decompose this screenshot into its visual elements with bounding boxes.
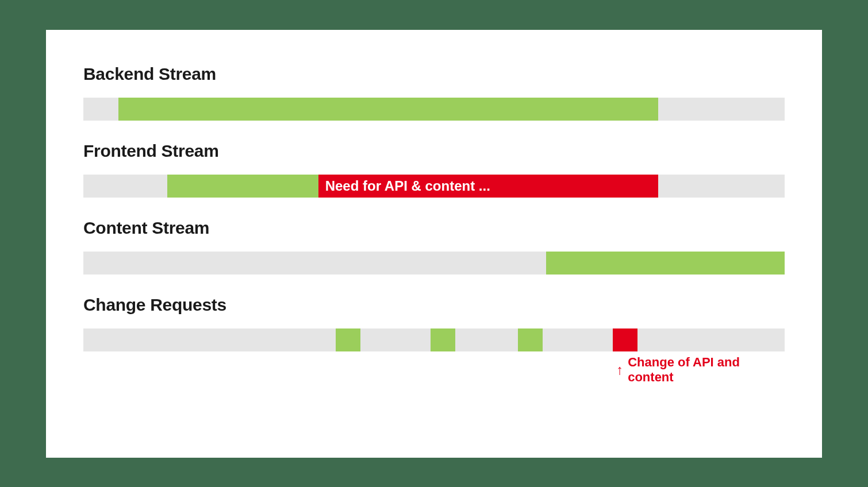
segment-frontend-0 [167,175,318,198]
arrow-up-icon: ↑ [616,363,623,377]
segment-changereq-2 [518,328,543,351]
segment-changereq-1 [431,328,455,351]
segment-content-0 [546,252,785,275]
segment-frontend-1: Need for API & content ... [318,175,659,198]
stream-title-backend: Backend Stream [83,64,785,84]
segment-changereq-3 [613,328,637,351]
stream-title-frontend: Frontend Stream [83,141,785,161]
track-frontend: Need for API & content ... [83,175,785,198]
diagram-card: Backend Stream Frontend Stream Need for … [46,30,822,458]
segment-changereq-0 [336,328,360,351]
track-backend [83,98,785,121]
stream-frontend: Frontend Stream Need for API & content .… [83,141,785,198]
annotation-change-api-content: ↑ Change of API and content [616,355,785,385]
stream-title-change-requests: Change Requests [83,295,785,315]
stream-change-requests: Change Requests ↑ Change of API and cont… [83,295,785,351]
stream-content: Content Stream [83,218,785,275]
stream-backend: Backend Stream [83,64,785,121]
segment-label: Need for API & content ... [325,178,490,194]
track-change-requests: ↑ Change of API and content [83,328,785,351]
track-content [83,252,785,275]
segment-backend-0 [118,98,658,121]
annotation-text: Change of API and content [628,355,785,385]
stream-title-content: Content Stream [83,218,785,238]
